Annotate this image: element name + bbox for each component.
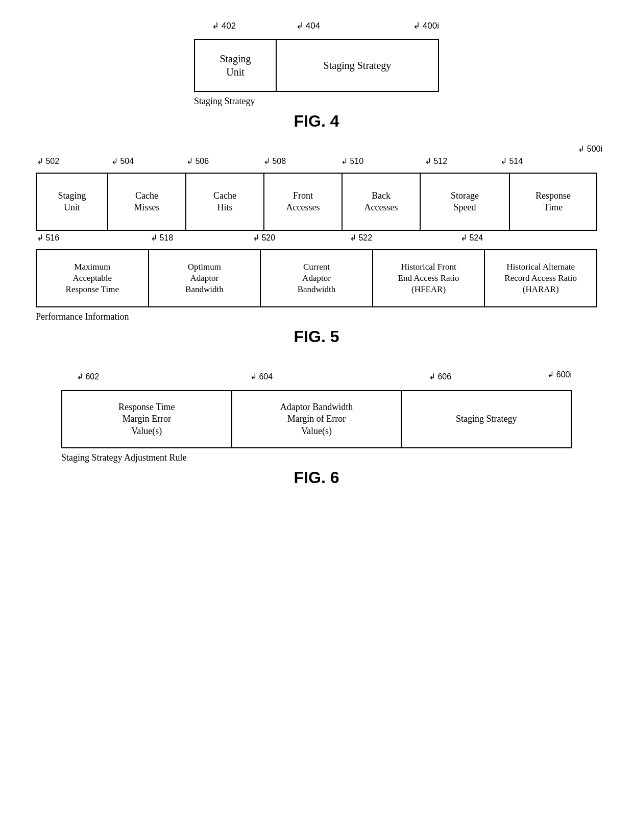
ref-606: ↲ 606 bbox=[429, 372, 451, 381]
ref-602: ↲ 602 bbox=[77, 372, 99, 381]
fig6-cell-staging-strategy: Staging Strategy bbox=[402, 391, 571, 447]
fig4-section: ↲ 400i ↲ 402 ↲ 404 Staging Unit Staging … bbox=[31, 20, 602, 141]
fig4-ref-402: ↲ 402 bbox=[212, 20, 236, 31]
ref-522: ↲ 522 bbox=[350, 233, 372, 243]
ref-512: ↲ 512 bbox=[425, 156, 447, 166]
fig6-outer: ↲ 602 ↲ 604 ↲ 606 ↲ 600i Response Time M… bbox=[61, 372, 572, 463]
page-container: ↲ 400i ↲ 402 ↲ 404 Staging Unit Staging … bbox=[0, 0, 633, 840]
fig5-cell-response-time: Response Time bbox=[510, 174, 596, 230]
fig5-outer: ↲ 502 ↲ 504 ↲ 506 ↲ 508 ↲ 510 ↲ 512 ↲ 51… bbox=[36, 156, 597, 322]
ref-504: ↲ 504 bbox=[111, 156, 134, 166]
fig6-cell-adaptor-bandwidth-margin: Adaptor Bandwidth Margin of Error Value(… bbox=[232, 391, 402, 447]
fig6-section: ↲ 602 ↲ 604 ↲ 606 ↲ 600i Response Time M… bbox=[31, 372, 602, 497]
fig5-row2: Maximum Acceptable Response Time Optimum… bbox=[36, 249, 597, 307]
ref-600i: ↲ 600i bbox=[547, 370, 572, 379]
fig5-row1: Staging Unit Cache Misses Cache Hits Fro… bbox=[36, 173, 597, 231]
fig5-cell-front-accesses: Front Accesses bbox=[264, 174, 343, 230]
fig6-cell-response-time-margin: Response Time Margin Error Value(s) bbox=[62, 391, 232, 447]
fig5-caption: Performance Information bbox=[36, 311, 597, 322]
fig4-title: FIG. 4 bbox=[294, 112, 339, 131]
ref-604: ↲ 604 bbox=[250, 372, 273, 381]
fig5-title: FIG. 5 bbox=[294, 327, 339, 346]
ref-518: ↲ 518 bbox=[151, 233, 173, 243]
ref-520: ↲ 520 bbox=[253, 233, 275, 243]
fig4-cell-staging-unit: Staging Unit bbox=[195, 40, 277, 91]
ref-524: ↲ 524 bbox=[460, 233, 483, 243]
ref-516: ↲ 516 bbox=[37, 233, 59, 243]
ref-506: ↲ 506 bbox=[186, 156, 209, 166]
fig4-cell-staging-strategy: Staging Strategy bbox=[277, 40, 438, 91]
fig6-caption: Staging Strategy Adjustment Rule bbox=[61, 452, 572, 463]
fig4-ref-row: ↲ 400i ↲ 402 ↲ 404 bbox=[194, 20, 439, 39]
fig5-cell-max-response: Maximum Acceptable Response Time bbox=[37, 250, 149, 306]
fig4-boxes: Staging Unit Staging Strategy bbox=[194, 39, 439, 92]
ref-500i: ↲ 500i bbox=[578, 144, 602, 154]
fig5-cell-back-accesses: Back Accesses bbox=[343, 174, 421, 230]
ref-514: ↲ 514 bbox=[500, 156, 523, 166]
fig5-cell-harar: Historical Alternate Record Access Ratio… bbox=[485, 250, 596, 306]
fig4-ref-404: ↲ 404 bbox=[296, 20, 320, 31]
fig5-ref-row2: ↲ 516 ↲ 518 ↲ 520 ↲ 522 ↲ 524 bbox=[36, 233, 597, 248]
fig5-ref-row1: ↲ 502 ↲ 504 ↲ 506 ↲ 508 ↲ 510 ↲ 512 ↲ 51… bbox=[36, 156, 597, 172]
fig5-cell-cache-misses: Cache Misses bbox=[108, 174, 186, 230]
fig5-cell-hfear: Historical Front End Access Ratio (HFEAR… bbox=[373, 250, 485, 306]
ref-502: ↲ 502 bbox=[37, 156, 59, 166]
fig5-cell-storage-speed: Storage Speed bbox=[421, 174, 510, 230]
fig5-section: ↲ 502 ↲ 504 ↲ 506 ↲ 508 ↲ 510 ↲ 512 ↲ 51… bbox=[31, 156, 602, 356]
fig5-cell-staging-unit: Staging Unit bbox=[37, 174, 108, 230]
fig6-row: Response Time Margin Error Value(s) Adap… bbox=[61, 390, 572, 448]
ref-508: ↲ 508 bbox=[263, 156, 286, 166]
fig5-cell-current-bandwidth: Current Adaptor Bandwidth bbox=[261, 250, 373, 306]
fig4-caption: Staging Strategy bbox=[194, 96, 439, 107]
fig6-ref-row: ↲ 602 ↲ 604 ↲ 606 ↲ 600i bbox=[61, 372, 572, 389]
fig5-cell-optimum-bandwidth: Optimum Adaptor Bandwidth bbox=[149, 250, 261, 306]
fig5-cell-cache-hits: Cache Hits bbox=[186, 174, 264, 230]
fig4-ref-main: ↲ 400i bbox=[413, 20, 439, 31]
fig6-title: FIG. 6 bbox=[294, 468, 339, 487]
ref-510: ↲ 510 bbox=[341, 156, 363, 166]
